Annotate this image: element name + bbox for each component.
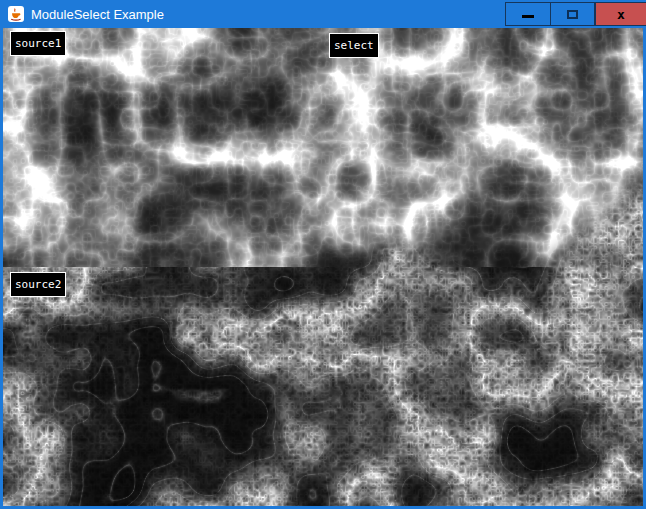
label-source2: source2 — [10, 272, 66, 297]
source2-image — [3, 267, 643, 506]
source1-image — [3, 28, 329, 267]
window-controls: x — [505, 0, 646, 28]
maximize-button[interactable] — [551, 2, 595, 26]
minimize-button[interactable] — [505, 2, 551, 26]
java-coffee-cup-icon — [8, 6, 24, 22]
window-title: ModuleSelect Example — [31, 7, 505, 22]
titlebar[interactable]: ModuleSelect Example x — [0, 0, 646, 28]
minimize-icon — [522, 15, 534, 18]
app-window: ModuleSelect Example x source1 select so… — [0, 0, 646, 509]
close-icon: x — [617, 8, 625, 21]
maximize-icon — [567, 10, 578, 19]
render-area: source1 select source2 — [3, 28, 643, 506]
close-button[interactable]: x — [595, 2, 646, 26]
label-source1: source1 — [10, 31, 66, 56]
label-select: select — [329, 33, 379, 58]
